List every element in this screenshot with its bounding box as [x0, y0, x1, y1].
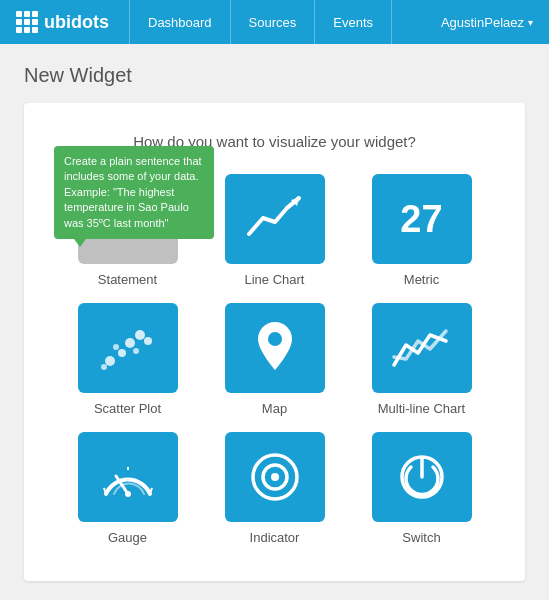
svg-point-20 [271, 473, 279, 481]
svg-point-9 [144, 337, 152, 345]
widget-item-line-chart[interactable]: Line Chart [211, 174, 338, 287]
navbar: ubidots Dashboard Sources Events Agustin… [0, 0, 549, 44]
svg-point-6 [125, 338, 135, 348]
nav-dashboard[interactable]: Dashboard [129, 0, 230, 44]
widget-label-gauge: Gauge [108, 530, 147, 545]
nav-sources[interactable]: Sources [230, 0, 315, 44]
svg-point-10 [133, 348, 139, 354]
widget-item-statement[interactable]: Create a plain sentence that includes so… [64, 174, 191, 287]
logo-dots [16, 11, 38, 33]
svg-point-11 [101, 364, 107, 370]
widget-item-metric[interactable]: 27 Metric [358, 174, 485, 287]
svg-point-7 [113, 344, 119, 350]
svg-point-8 [135, 330, 145, 340]
nav-events[interactable]: Events [314, 0, 392, 44]
widget-item-indicator[interactable]: Indicator [211, 432, 338, 545]
widget-icon-map [225, 303, 325, 393]
logo[interactable]: ubidots [16, 11, 109, 33]
page-content: New Widget How do you want to visualize … [0, 44, 549, 600]
widget-item-scatter-plot[interactable]: Scatter Plot [64, 303, 191, 416]
widget-icon-multi-line-chart [372, 303, 472, 393]
widget-card: How do you want to visualize your widget… [24, 103, 525, 581]
widget-label-map: Map [262, 401, 287, 416]
svg-point-5 [118, 349, 126, 357]
widget-item-gauge[interactable]: Gauge [64, 432, 191, 545]
widget-icon-scatter-plot [78, 303, 178, 393]
widget-label-multi-line-chart: Multi-line Chart [378, 401, 465, 416]
metric-number: 27 [400, 198, 442, 241]
nav-links: Dashboard Sources Events [129, 0, 441, 44]
svg-point-14 [125, 491, 131, 497]
widget-grid: Create a plain sentence that includes so… [64, 174, 485, 545]
widget-icon-switch [372, 432, 472, 522]
nav-user[interactable]: AgustinPelaez [441, 15, 533, 30]
widget-item-map[interactable]: Map [211, 303, 338, 416]
svg-point-4 [105, 356, 115, 366]
widget-item-switch[interactable]: Switch [358, 432, 485, 545]
statement-tooltip: Create a plain sentence that includes so… [54, 146, 214, 239]
widget-icon-indicator [225, 432, 325, 522]
svg-point-12 [268, 332, 282, 346]
widget-icon-line-chart [225, 174, 325, 264]
widget-label-metric: Metric [404, 272, 439, 287]
widget-label-line-chart: Line Chart [245, 272, 305, 287]
widget-label-switch: Switch [402, 530, 440, 545]
logo-text: ubidots [44, 12, 109, 33]
widget-label-indicator: Indicator [250, 530, 300, 545]
widget-icon-gauge [78, 432, 178, 522]
widget-item-multi-line-chart[interactable]: Multi-line Chart [358, 303, 485, 416]
widget-label-statement: Statement [98, 272, 157, 287]
page-title: New Widget [24, 64, 525, 87]
widget-label-scatter-plot: Scatter Plot [94, 401, 161, 416]
widget-icon-metric: 27 [372, 174, 472, 264]
